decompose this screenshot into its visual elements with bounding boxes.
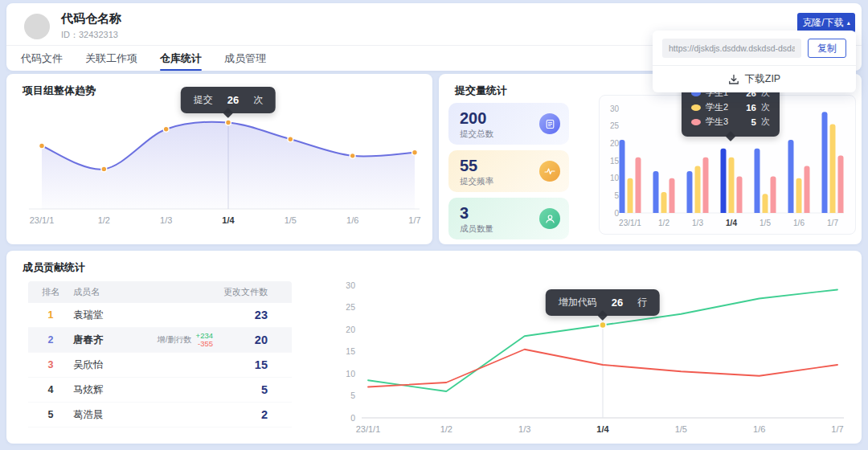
document-icon (539, 113, 560, 134)
stat-total-commits: 200 提交总数 (448, 103, 569, 145)
changed-files-cell: 20 (215, 333, 292, 346)
contribution-card: 成员贡献统计 排名成员名更改文件数1袁瑞堂232唐春齐增/删行数+234-355… (6, 251, 862, 444)
download-zip-label: 下载ZIP (745, 72, 780, 86)
svg-text:1/6: 1/6 (753, 424, 765, 434)
member-name-cell: 葛浩晨 (73, 408, 215, 422)
svg-text:20: 20 (346, 325, 355, 334)
trend-tooltip: 提交 26 次 (181, 87, 276, 113)
rank-cell: 3 (28, 359, 73, 370)
svg-text:23/1/1: 23/1/1 (30, 215, 55, 225)
svg-text:5: 5 (350, 391, 355, 400)
svg-text:1/2: 1/2 (658, 219, 669, 227)
stat-commit-frequency: 55 提交频率 (448, 150, 569, 192)
svg-text:10: 10 (610, 174, 620, 182)
tab-member-management[interactable]: 成员管理 (224, 46, 266, 71)
svg-text:15: 15 (346, 346, 355, 356)
svg-text:25: 25 (610, 121, 620, 130)
legend-dot-icon (691, 104, 701, 111)
clone-dropdown-panel: 复制 下载ZIP (653, 31, 856, 92)
svg-text:15: 15 (610, 157, 620, 166)
tab-code-files[interactable]: 代码文件 (21, 46, 63, 71)
tab-linked-workitems[interactable]: 关联工作项 (85, 46, 137, 71)
repo-avatar (24, 14, 50, 39)
trend-card-title: 项目组整体趋势 (23, 84, 96, 98)
table-header-cell: 排名 (28, 286, 73, 298)
tab-repo-stats[interactable]: 仓库统计 (160, 46, 202, 71)
bar-tooltip-row: 学生216次 (691, 100, 770, 115)
svg-text:1/2: 1/2 (98, 215, 110, 225)
table-header-cell: 成员名 (73, 286, 215, 298)
line-chart-tooltip: 增加代码 26 行 (546, 289, 660, 316)
svg-text:1/5: 1/5 (285, 215, 297, 225)
changed-files-cell: 2 (215, 408, 292, 421)
repo-info: 代码仓名称 ID：32432313 (24, 11, 121, 41)
svg-text:30: 30 (346, 280, 355, 290)
caret-up-icon: ▴ (847, 20, 850, 27)
svg-text:1/3: 1/3 (692, 219, 703, 227)
svg-text:20: 20 (610, 139, 620, 148)
commit-card-title: 提交量统计 (455, 84, 507, 98)
svg-text:1/5: 1/5 (760, 219, 771, 227)
svg-text:1/6: 1/6 (346, 215, 358, 225)
svg-text:25: 25 (346, 302, 355, 312)
member-icon (539, 208, 560, 229)
table-row[interactable]: 4马炫辉5 (28, 378, 292, 403)
table-row[interactable]: 2唐春齐增/删行数+234-35520 (28, 328, 292, 353)
svg-text:1/4: 1/4 (222, 215, 235, 225)
svg-text:1/7: 1/7 (408, 215, 420, 225)
table-header-cell: 更改文件数 (215, 286, 292, 298)
pulse-icon (539, 161, 560, 182)
svg-text:10: 10 (346, 369, 355, 378)
svg-text:1/6: 1/6 (793, 219, 805, 227)
download-zip-item[interactable]: 下载ZIP (653, 66, 856, 92)
svg-text:1/5: 1/5 (675, 424, 687, 434)
svg-text:1/2: 1/2 (440, 424, 452, 434)
rank-cell: 1 (28, 309, 73, 321)
member-name-cell: 袁瑞堂 (73, 309, 215, 322)
legend-dot-icon (691, 119, 701, 125)
rank-cell: 4 (28, 384, 73, 395)
changed-files-cell: 5 (215, 383, 292, 396)
download-icon (728, 74, 739, 85)
table-row[interactable]: 5葛浩晨2 (28, 403, 292, 428)
add-del-lines-badge: 增/删行数+234-355 (158, 332, 213, 348)
svg-text:1/7: 1/7 (827, 219, 838, 227)
rank-cell: 2 (28, 334, 73, 346)
svg-text:1/7: 1/7 (831, 424, 843, 434)
svg-text:1/3: 1/3 (160, 215, 172, 225)
svg-text:23/1/1: 23/1/1 (356, 424, 381, 434)
repo-id: ID：32432313 (61, 29, 121, 41)
copy-button[interactable]: 复制 (808, 39, 846, 58)
svg-text:1/4: 1/4 (596, 424, 609, 434)
trend-line-chart[interactable]: 23/1/11/21/31/41/51/61/7 (13, 101, 426, 239)
repo-title: 代码仓名称 (61, 11, 121, 27)
svg-text:30: 30 (610, 104, 620, 113)
bar-tooltip-row: 学生35次 (691, 115, 770, 129)
commit-stats-card: 提交量统计 200 提交总数 55 提交频率 3 成员数量 (439, 74, 862, 244)
member-name-cell: 唐春齐 (73, 333, 158, 347)
contribution-table: 排名成员名更改文件数1袁瑞堂232唐春齐增/删行数+234-355203吴欣怡1… (28, 281, 292, 428)
member-name-cell: 吴欣怡 (73, 358, 215, 372)
changed-files-cell: 23 (215, 309, 292, 321)
svg-text:0: 0 (350, 413, 355, 423)
contribution-card-title: 成员贡献统计 (23, 260, 85, 275)
clone-download-label: 克隆/下载 (802, 16, 843, 30)
changed-files-cell: 15 (215, 358, 292, 371)
clone-url-input[interactable] (662, 39, 801, 58)
svg-text:5: 5 (614, 191, 619, 200)
svg-text:23/1/1: 23/1/1 (619, 219, 641, 227)
svg-text:0: 0 (614, 209, 619, 218)
table-header-row: 排名成员名更改文件数 (28, 281, 292, 303)
stat-tiles: 200 提交总数 55 提交频率 3 成员数量 (448, 103, 569, 245)
trend-card: 项目组整体趋势 23/1/11/21/31/41/51/61/7 提交 26 次 (6, 74, 432, 244)
table-row[interactable]: 3吴欣怡15 (28, 353, 292, 378)
svg-text:1/4: 1/4 (726, 219, 737, 227)
table-row[interactable]: 1袁瑞堂23 (28, 303, 292, 328)
member-name-cell: 马炫辉 (73, 383, 215, 397)
stat-member-count: 3 成员数量 (448, 198, 569, 239)
svg-text:1/3: 1/3 (518, 424, 530, 434)
rank-cell: 5 (28, 409, 73, 420)
